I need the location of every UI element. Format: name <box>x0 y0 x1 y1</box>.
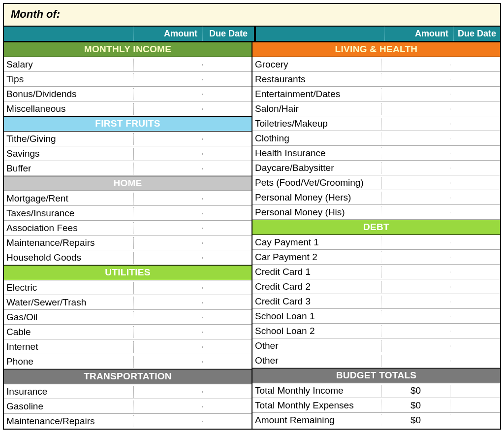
row-label: Credit Card 3 <box>252 296 381 307</box>
amount-cell[interactable] <box>134 317 203 318</box>
amount-cell[interactable] <box>381 79 450 80</box>
due-date-cell[interactable] <box>203 421 252 422</box>
row-label: Credit Card 1 <box>252 266 381 278</box>
due-date-cell[interactable] <box>203 228 252 229</box>
due-date-cell[interactable] <box>450 345 500 346</box>
due-date-cell[interactable] <box>203 287 252 288</box>
amount-cell[interactable] <box>381 257 450 258</box>
due-date-cell[interactable] <box>450 331 500 332</box>
amount-cell[interactable] <box>381 197 450 198</box>
row-label: Savings <box>4 148 134 160</box>
amount-cell[interactable] <box>134 257 203 258</box>
due-date-cell[interactable] <box>203 302 252 303</box>
due-date-cell[interactable] <box>203 242 252 243</box>
due-date-cell[interactable] <box>450 316 500 317</box>
table-row: Association Fees <box>4 221 252 235</box>
amount-cell[interactable] <box>381 138 450 139</box>
due-date-cell[interactable] <box>203 79 252 80</box>
amount-cell[interactable] <box>134 391 203 392</box>
amount-cell[interactable] <box>134 168 203 169</box>
amount-cell[interactable] <box>134 94 203 95</box>
amount-cell[interactable] <box>381 286 450 287</box>
due-date-cell[interactable] <box>450 182 500 183</box>
table-row: Maintenance/Repairs <box>4 235 252 250</box>
due-date-cell[interactable] <box>450 271 500 272</box>
due-date-cell[interactable] <box>450 257 500 258</box>
table-row: Internet <box>4 339 252 354</box>
amount-cell[interactable] <box>381 301 450 302</box>
due-date-cell[interactable] <box>203 138 252 139</box>
due-date-cell[interactable] <box>450 360 500 361</box>
amount-cell[interactable] <box>381 123 450 124</box>
amount-cell[interactable] <box>381 168 450 168</box>
amount-cell[interactable] <box>381 94 450 95</box>
table-row: Cable <box>4 325 252 339</box>
due-date-cell[interactable] <box>450 64 500 65</box>
due-date-cell[interactable] <box>203 198 252 199</box>
due-date-cell[interactable] <box>450 94 500 95</box>
due-date-cell[interactable] <box>450 79 500 80</box>
amount-cell[interactable] <box>134 242 203 243</box>
amount-cell[interactable] <box>134 79 203 80</box>
row-label: Miscellaneous <box>4 103 134 115</box>
amount-cell[interactable] <box>381 360 450 361</box>
amount-cell[interactable] <box>134 332 203 333</box>
amount-cell[interactable] <box>134 421 203 422</box>
due-date-cell[interactable] <box>203 94 252 95</box>
amount-cell[interactable] <box>134 138 203 139</box>
row-label: Toiletries/Makeup <box>252 118 381 130</box>
due-date-cell[interactable] <box>203 317 252 318</box>
due-date-cell[interactable] <box>450 301 500 302</box>
due-date-cell[interactable] <box>450 153 500 154</box>
amount-cell[interactable] <box>134 361 203 362</box>
amount-cell[interactable] <box>134 346 203 347</box>
due-date-cell[interactable] <box>203 108 252 109</box>
amount-cell[interactable] <box>381 182 450 183</box>
amount-cell[interactable] <box>134 228 203 229</box>
amount-cell[interactable] <box>381 212 450 213</box>
table-row: Gasoline <box>4 399 252 414</box>
due-date-cell[interactable] <box>203 361 252 362</box>
due-date-cell[interactable] <box>450 212 500 213</box>
amount-cell[interactable] <box>134 64 203 65</box>
due-date-cell[interactable] <box>450 197 500 198</box>
due-date-cell[interactable] <box>203 64 252 65</box>
amount-cell[interactable] <box>381 242 450 243</box>
due-date-cell[interactable] <box>450 286 500 287</box>
due-date-cell[interactable] <box>203 406 252 407</box>
due-date-cell[interactable] <box>203 257 252 258</box>
amount-cell[interactable] <box>381 345 450 346</box>
row-label: Internet <box>4 341 134 353</box>
row-label: Water/Sewer/Trash <box>4 297 134 308</box>
due-date-cell[interactable] <box>203 153 252 154</box>
due-date-cell[interactable] <box>450 138 500 139</box>
amount-cell[interactable] <box>134 213 203 214</box>
row-label: Personal Money (His) <box>252 206 381 218</box>
amount-cell[interactable] <box>134 302 203 303</box>
amount-cell[interactable] <box>381 64 450 65</box>
amount-cell[interactable] <box>381 271 450 272</box>
amount-cell[interactable] <box>134 287 203 288</box>
amount-cell[interactable] <box>381 108 450 109</box>
amount-cell[interactable] <box>381 153 450 154</box>
row-label: Health Insurance <box>252 147 381 159</box>
amount-cell[interactable] <box>134 153 203 154</box>
totals-row: Amount Remaining$0 <box>252 413 500 428</box>
due-date-cell[interactable] <box>203 346 252 347</box>
totals-value: $0 <box>381 414 450 426</box>
due-date-cell[interactable] <box>450 123 500 124</box>
amount-cell[interactable] <box>134 406 203 407</box>
amount-cell[interactable] <box>134 198 203 199</box>
due-date-cell[interactable] <box>203 332 252 333</box>
header-amount-left: Amount <box>134 27 203 41</box>
due-date-cell[interactable] <box>203 213 252 214</box>
amount-cell[interactable] <box>381 331 450 332</box>
amount-cell[interactable] <box>134 108 203 109</box>
due-date-cell[interactable] <box>203 391 252 392</box>
due-date-cell[interactable] <box>450 168 500 168</box>
due-date-cell[interactable] <box>450 108 500 109</box>
amount-cell[interactable] <box>381 316 450 317</box>
due-date-cell[interactable] <box>450 242 500 243</box>
due-date-cell[interactable] <box>203 168 252 169</box>
table-row: Electric <box>4 280 252 295</box>
